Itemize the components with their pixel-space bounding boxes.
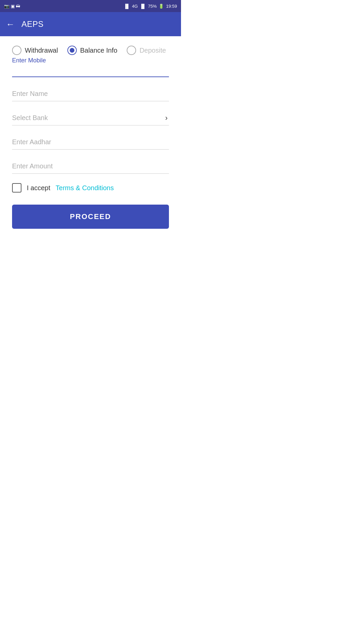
bank-input[interactable] (12, 111, 169, 125)
amount-input[interactable] (12, 159, 169, 173)
radio-withdrawal[interactable]: Withdrawal (12, 46, 58, 55)
radio-label-withdrawal: Withdrawal (25, 47, 58, 54)
radio-circle-balance-info (67, 46, 77, 55)
radio-circle-deposite (127, 46, 136, 55)
sim-icon: ▐▌ (124, 4, 130, 9)
proceed-button[interactable]: PROCEED (12, 205, 169, 229)
radio-circle-withdrawal (12, 46, 21, 55)
terms-checkbox-row: I accept Terms & Conditions (12, 183, 169, 193)
radio-deposite[interactable]: Deposite (127, 46, 166, 55)
status-bar-right: ▐▌ 4G ▐▌ 75% 🔋 19:59 (124, 4, 177, 9)
mobile-input[interactable] (12, 65, 169, 76)
i-accept-label: I accept (27, 184, 50, 192)
app-bar: ← AEPS (0, 12, 181, 36)
time: 19:59 (166, 4, 177, 9)
aadhar-input[interactable] (12, 135, 169, 149)
mobile-input-wrap (12, 65, 169, 77)
page-title: AEPS (21, 19, 44, 29)
status-bar-left: 📷 ▣ 🕶 (4, 4, 20, 9)
aadhar-field-wrap (12, 135, 169, 150)
status-icons: 📷 ▣ 🕶 (4, 4, 20, 9)
network-type: 4G (132, 4, 138, 9)
terms-conditions-link[interactable]: Terms & Conditions (56, 184, 114, 192)
back-button[interactable]: ← (6, 20, 15, 29)
main-content: Withdrawal Balance Info Deposite Enter M… (0, 36, 181, 242)
name-field-wrap (12, 87, 169, 101)
name-input[interactable] (12, 87, 169, 101)
signal-icon2: ▐▌ (140, 4, 146, 9)
terms-checkbox[interactable] (12, 183, 21, 193)
radio-label-deposite: Deposite (139, 47, 166, 54)
enter-mobile-link[interactable]: Enter Mobile (12, 57, 169, 64)
battery-percent: 75% (148, 4, 157, 9)
amount-field-wrap (12, 159, 169, 174)
radio-label-balance-info: Balance Info (80, 47, 117, 54)
transaction-type-group: Withdrawal Balance Info Deposite (12, 46, 169, 55)
status-bar: 📷 ▣ 🕶 ▐▌ 4G ▐▌ 75% 🔋 19:59 (0, 0, 181, 12)
battery-icon: 🔋 (159, 4, 164, 9)
radio-balance-info[interactable]: Balance Info (67, 46, 117, 55)
bank-field-wrap[interactable]: › (12, 111, 169, 125)
